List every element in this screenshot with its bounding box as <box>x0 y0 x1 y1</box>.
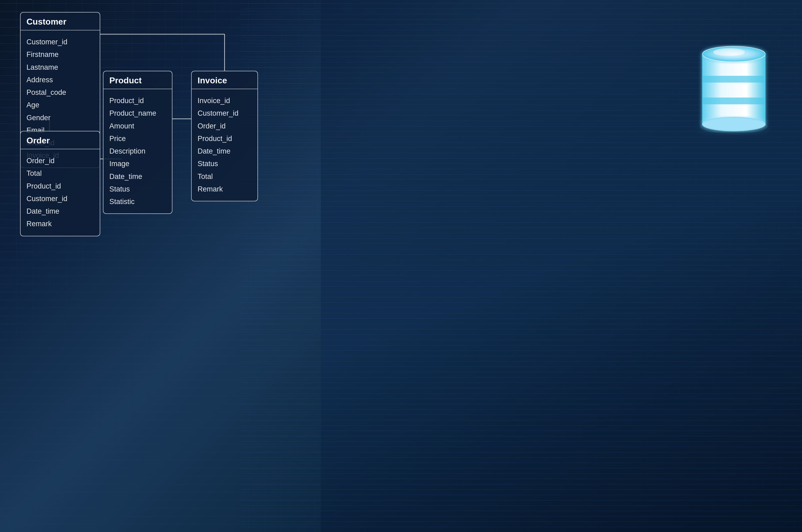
invoice-title: Invoice <box>192 71 257 89</box>
field-remark: Remark <box>26 218 94 230</box>
field-customer-id: Customer_id <box>198 107 252 120</box>
field-age: Age <box>26 99 94 111</box>
field-total: Total <box>198 170 252 183</box>
field-invoice-id: Invoice_id <box>198 95 252 107</box>
field-customer-id: Customer_id <box>26 193 94 205</box>
product-fields: Product_id Product_name Amount Price Des… <box>104 89 172 213</box>
field-firstname: Firstname <box>26 48 94 61</box>
invoice-fields: Invoice_id Customer_id Order_id Product_… <box>192 89 257 201</box>
invoice-entity: Invoice Invoice_id Customer_id Order_id … <box>191 71 258 202</box>
svg-rect-7 <box>702 76 765 82</box>
field-product-id: Product_id <box>198 132 252 145</box>
field-description: Description <box>109 145 166 157</box>
field-lastname: Lastname <box>26 61 94 74</box>
field-total: Total <box>26 167 94 180</box>
order-title: Order <box>21 131 100 149</box>
svg-point-13 <box>713 48 745 56</box>
svg-rect-6 <box>702 54 765 124</box>
field-product-id: Product_id <box>109 95 166 107</box>
field-statistic: Statistic <box>109 195 166 208</box>
field-postal-code: Postal_code <box>26 86 94 99</box>
field-image: Image <box>109 157 166 170</box>
svg-rect-8 <box>702 97 765 104</box>
order-fields: Order_id Total Product_id Customer_id Da… <box>21 149 100 236</box>
diagram-content: Customer Customer_id Firstname Lastname … <box>0 0 802 532</box>
field-status: Status <box>198 157 252 170</box>
customer-title: Customer <box>21 13 100 31</box>
field-date-time: Date_time <box>198 145 252 157</box>
field-product-id: Product_id <box>26 180 94 193</box>
field-date-time: Date_time <box>109 170 166 183</box>
field-status: Status <box>109 183 166 195</box>
field-amount: Amount <box>109 120 166 132</box>
field-order-id: Order_id <box>26 155 94 167</box>
field-address: Address <box>26 74 94 86</box>
field-customer-id: Customer_id <box>26 36 94 48</box>
field-remark: Remark <box>198 183 252 195</box>
product-entity: Product Product_id Product_name Amount P… <box>103 71 172 214</box>
product-title: Product <box>104 71 172 89</box>
field-order-id: Order_id <box>198 120 252 132</box>
field-date-time: Date_time <box>26 205 94 218</box>
order-entity: Order Order_id Total Product_id Customer… <box>20 131 100 236</box>
database-icon <box>691 35 777 136</box>
field-product-name: Product_name <box>109 107 166 120</box>
field-price: Price <box>109 132 166 145</box>
field-gender: Gender <box>26 112 94 124</box>
